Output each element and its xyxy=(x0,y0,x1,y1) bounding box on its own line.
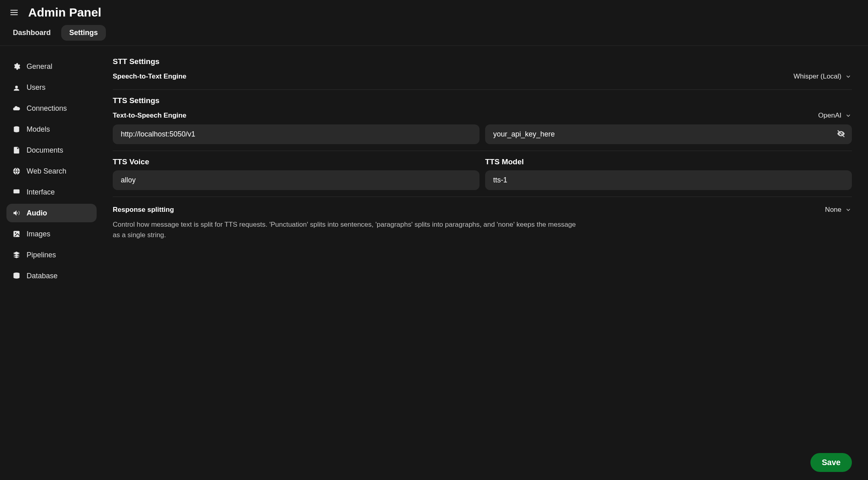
sidebar-item-label: General xyxy=(27,62,52,71)
sidebar-item-label: Models xyxy=(27,125,50,134)
chevron-down-icon xyxy=(845,206,852,213)
sidebar-item-pipelines[interactable]: Pipelines xyxy=(6,246,97,264)
globe-icon xyxy=(12,167,21,176)
cloud-icon xyxy=(12,104,21,113)
database-icon xyxy=(12,271,21,280)
sidebar-item-connections[interactable]: Connections xyxy=(6,99,97,118)
tab-settings[interactable]: Settings xyxy=(61,25,106,41)
image-icon xyxy=(12,230,21,238)
sidebar-item-audio[interactable]: Audio xyxy=(6,204,97,222)
splitting-select[interactable]: None xyxy=(825,206,852,214)
tts-url-input[interactable] xyxy=(113,124,479,144)
tabs: Dashboard Settings xyxy=(0,21,868,46)
splitting-description: Control how message text is split for TT… xyxy=(113,219,580,240)
menu-button[interactable] xyxy=(7,6,21,19)
sidebar-item-models[interactable]: Models xyxy=(6,120,97,139)
hamburger-icon xyxy=(10,8,19,17)
tts-engine-select[interactable]: OpenAI xyxy=(818,112,852,120)
save-button[interactable]: Save xyxy=(810,453,852,472)
sidebar-item-images[interactable]: Images xyxy=(6,225,97,243)
divider xyxy=(113,151,852,151)
sidebar-item-label: Pipelines xyxy=(27,251,56,259)
sidebar-item-general[interactable]: General xyxy=(6,57,97,76)
stt-engine-select[interactable]: Whisper (Local) xyxy=(794,72,852,81)
chevron-down-icon xyxy=(845,112,852,119)
tts-engine-label: Text-to-Speech Engine xyxy=(113,112,186,120)
sidebar-item-label: Users xyxy=(27,83,45,92)
svg-rect-5 xyxy=(14,189,20,193)
sidebar-item-database[interactable]: Database xyxy=(6,267,97,285)
stack-icon xyxy=(12,125,21,134)
stt-engine-value: Whisper (Local) xyxy=(794,72,841,81)
tts-voice-input[interactable] xyxy=(113,170,479,190)
tts-model-input[interactable] xyxy=(485,170,852,190)
gear-icon xyxy=(12,62,21,71)
tab-dashboard[interactable]: Dashboard xyxy=(5,25,59,41)
document-icon xyxy=(12,146,21,155)
main-panel: STT Settings Speech-to-Text Engine Whisp… xyxy=(103,46,868,480)
layers-icon xyxy=(12,250,21,259)
svg-point-7 xyxy=(15,232,16,234)
tts-api-key-input[interactable] xyxy=(485,124,852,144)
sidebar-item-users[interactable]: Users xyxy=(6,78,97,97)
divider xyxy=(113,89,852,90)
sidebar-item-documents[interactable]: Documents xyxy=(6,141,97,159)
stt-engine-label: Speech-to-Text Engine xyxy=(113,72,186,81)
tts-voice-label: TTS Voice xyxy=(113,157,479,166)
splitting-label: Response splitting xyxy=(113,206,174,214)
sidebar-item-label: Documents xyxy=(27,146,63,155)
monitor-icon xyxy=(12,188,21,197)
users-icon xyxy=(12,83,21,92)
chevron-down-icon xyxy=(845,73,852,80)
stt-heading: STT Settings xyxy=(113,57,852,66)
sidebar-item-label: Images xyxy=(27,230,50,238)
page-title: Admin Panel xyxy=(28,6,101,19)
tts-engine-value: OpenAI xyxy=(818,112,841,120)
sidebar-item-label: Interface xyxy=(27,188,55,197)
sidebar-item-web-search[interactable]: Web Search xyxy=(6,162,97,180)
sidebar-item-interface[interactable]: Interface xyxy=(6,183,97,201)
sidebar-item-label: Connections xyxy=(27,104,67,113)
sidebar-item-label: Web Search xyxy=(27,167,66,176)
speaker-icon xyxy=(12,209,21,217)
sidebar: General Users Connections Models Documen… xyxy=(0,46,103,480)
tts-heading: TTS Settings xyxy=(113,96,852,105)
tts-model-label: TTS Model xyxy=(485,157,852,166)
divider xyxy=(113,197,852,197)
sidebar-item-label: Audio xyxy=(27,209,47,217)
svg-rect-6 xyxy=(14,231,20,237)
toggle-visibility-button[interactable] xyxy=(836,129,846,140)
eye-off-icon xyxy=(837,129,845,139)
sidebar-item-label: Database xyxy=(27,272,58,280)
splitting-value: None xyxy=(825,206,841,214)
